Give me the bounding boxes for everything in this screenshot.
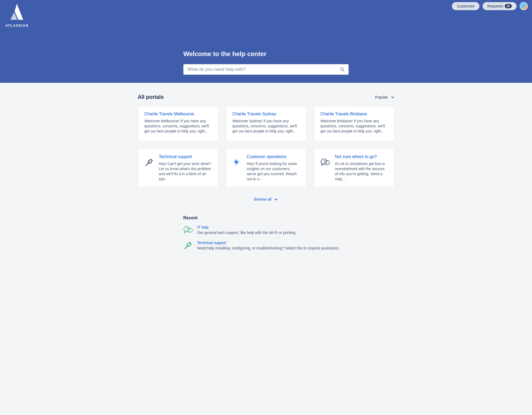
topbar: Customize Requests 29 — [0, 2, 532, 10]
card-title: Charlie Travels Brisbane — [320, 112, 388, 116]
card-desc: Welcome Brisbane! If you have any questi… — [320, 119, 388, 134]
portal-card-melbourne[interactable]: Charlie Travels Melbourne Welcome Melbou… — [138, 106, 218, 141]
portals-heading: All portals — [138, 94, 164, 100]
customize-label: Customize — [457, 4, 474, 8]
svg-point-7 — [188, 228, 192, 232]
card-desc: Hey! If you're looking for some insights… — [247, 161, 300, 182]
search-input[interactable] — [187, 67, 340, 72]
recent-heading: Recent — [183, 216, 349, 220]
card-title: Charlie Travels Melbourne — [144, 112, 212, 116]
chevron-down-icon — [275, 197, 278, 201]
sort-label: Popular — [375, 95, 388, 99]
portal-card-sydney[interactable]: Charlie Travels Sydney Welcome Sydney! I… — [226, 106, 306, 141]
user-avatar[interactable] — [520, 2, 528, 10]
card-desc: It's ok to sometimes get lost or overwhe… — [335, 161, 388, 182]
card-desc: Hey! Can't get your work done? Let us kn… — [159, 161, 212, 182]
recent-title: IT help — [197, 225, 296, 229]
logo[interactable]: ATLASSIAN — [5, 4, 29, 28]
customize-button[interactable]: Customize — [452, 2, 479, 10]
svg-text:?: ? — [186, 227, 188, 231]
browse-all-label: Browse all — [254, 197, 272, 201]
svg-text:?: ? — [323, 160, 325, 163]
recent-item-it-help[interactable]: ? IT help Get general tech support, like… — [183, 225, 349, 235]
recent-desc: Get general tech support, like help with… — [197, 230, 296, 235]
portal-card-brisbane[interactable]: Charlie Travels Brisbane Welcome Brisban… — [314, 106, 394, 141]
search-icon — [340, 67, 345, 72]
browse-all-link[interactable]: Browse all — [254, 197, 278, 201]
atlassian-icon — [8, 4, 25, 22]
card-title: Not sure where to go? — [335, 154, 388, 159]
card-title: Charlie Travels Sydney — [232, 112, 300, 116]
requests-count-badge: 29 — [505, 4, 512, 8]
requests-label: Requests — [487, 4, 503, 8]
portals-grid: Charlie Travels Melbourne Welcome Melbou… — [138, 106, 394, 187]
hero-banner: ATLASSIAN Customize Requests 29 Welcome … — [0, 0, 532, 83]
recent-title: Technical support — [197, 241, 340, 245]
svg-line-1 — [343, 70, 344, 71]
search-box[interactable] — [183, 64, 349, 75]
card-title: Customer operations — [247, 154, 300, 159]
question-bubble-icon: ? — [320, 154, 330, 167]
recent-item-technical-support[interactable]: Technical support Need help installing, … — [183, 241, 349, 251]
svg-point-0 — [340, 68, 343, 71]
page-title: Welcome to the help center — [183, 50, 349, 58]
card-desc: Welcome Sydney! If you have any question… — [232, 119, 300, 134]
main-content: All portals Popular Charlie Travels Melb… — [136, 83, 396, 273]
sort-dropdown[interactable]: Popular — [375, 95, 394, 99]
requests-button[interactable]: Requests 29 — [483, 2, 517, 10]
lightning-icon — [232, 154, 242, 167]
wrench-icon — [183, 241, 193, 251]
portal-card-not-sure[interactable]: ? Not sure where to go? It's ok to somet… — [314, 149, 394, 187]
recent-section: Recent ? IT help Get general tech suppor… — [183, 216, 349, 251]
browse-all-row: Browse all — [138, 197, 394, 202]
card-title: Technical support — [159, 154, 212, 159]
chevron-down-icon — [391, 95, 394, 99]
question-bubble-icon: ? — [183, 225, 193, 235]
card-desc: Welcome Melbourne! If you have any quest… — [144, 119, 212, 134]
recent-desc: Need help installing, configuring, or tr… — [197, 246, 340, 250]
svg-point-4 — [325, 160, 329, 165]
portal-card-customer-operations[interactable]: Customer operations Hey! If you're looki… — [226, 149, 306, 187]
logo-text: ATLASSIAN — [5, 24, 29, 28]
svg-line-9 — [185, 245, 188, 249]
svg-line-2 — [146, 162, 149, 166]
wrench-icon — [144, 154, 154, 168]
portal-card-technical-support[interactable]: Technical support Hey! Can't get your wo… — [138, 149, 218, 187]
portals-header: All portals Popular — [138, 94, 394, 100]
hero-content: Welcome to the help center — [183, 10, 349, 75]
